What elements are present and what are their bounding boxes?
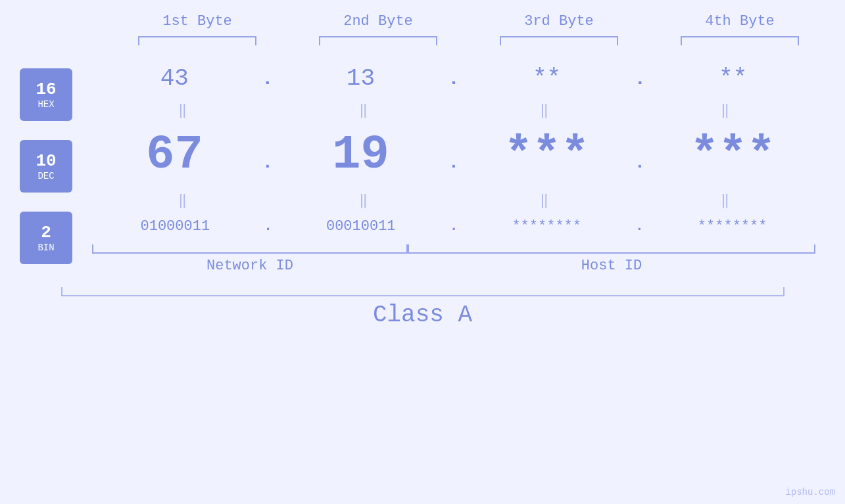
- top-bracket-2: [319, 36, 437, 45]
- byte-headers: 1st Byte 2nd Byte 3rd Byte 4th Byte: [107, 13, 831, 30]
- main-container: 1st Byte 2nd Byte 3rd Byte 4th Byte 16 H…: [0, 0, 845, 504]
- eq2-3: ‖: [466, 191, 623, 209]
- dot-dec-23: .: [448, 152, 460, 182]
- network-bracket: [92, 244, 408, 254]
- bracket-cell-4: [661, 36, 819, 45]
- eq1-4: ‖: [646, 101, 804, 119]
- host-id-label: Host ID: [408, 258, 815, 274]
- dot-hex-34: .: [634, 68, 646, 90]
- bin-cell-1: 01000011: [96, 218, 254, 235]
- eq1-3: ‖: [466, 101, 623, 119]
- top-bracket-4: [681, 36, 799, 45]
- dot-bin-34: .: [635, 218, 644, 235]
- byte2-header: 2nd Byte: [299, 13, 457, 30]
- rows-area: 43 . 13 . ** . ** ‖ ‖ ‖ ‖: [92, 58, 845, 274]
- class-label: Class A: [61, 302, 785, 329]
- bracket-cell-3: [480, 36, 638, 45]
- dec-cell-4: ***: [654, 128, 811, 182]
- dot-hex-12: .: [262, 68, 274, 90]
- hex-cell-1: 43: [95, 65, 253, 92]
- bottom-area: Network ID Host ID: [92, 244, 815, 274]
- watermark: ipshu.com: [785, 487, 835, 497]
- bin-badge: 2 BIN: [20, 212, 72, 264]
- dec-cell-2: 19: [282, 128, 440, 182]
- main-grid: 16 HEX 10 DEC 2 BIN 43 . 13: [0, 58, 845, 274]
- bin-cell-4: ********: [654, 218, 811, 235]
- eq1-1: ‖: [104, 101, 262, 119]
- dot-dec-34: .: [635, 152, 646, 182]
- equals-row-1: ‖ ‖ ‖ ‖: [92, 99, 815, 122]
- eq2-2: ‖: [285, 191, 443, 209]
- bracket-labels-row: Network ID Host ID: [92, 258, 815, 274]
- labels-column: 16 HEX 10 DEC 2 BIN: [0, 58, 92, 274]
- byte3-header: 3rd Byte: [480, 13, 638, 30]
- byte4-header: 4th Byte: [661, 13, 819, 30]
- eq2-1: ‖: [104, 191, 262, 209]
- dec-badge: 10 DEC: [20, 140, 72, 193]
- hex-cell-3: **: [468, 65, 626, 92]
- dot-dec-12: .: [262, 152, 274, 182]
- top-brackets: [107, 36, 831, 45]
- bin-cell-3: ********: [468, 218, 625, 235]
- bottom-brackets: [92, 244, 815, 254]
- bin-cell-2: 00010011: [282, 218, 440, 235]
- eq1-2: ‖: [285, 101, 443, 119]
- bracket-cell-2: [299, 36, 457, 45]
- eq2-4: ‖: [646, 191, 804, 209]
- host-bracket: [408, 244, 815, 254]
- bin-row: 01000011 . 00010011 . ******** . *******…: [92, 212, 815, 241]
- byte1-header: 1st Byte: [118, 13, 276, 30]
- dec-cell-3: ***: [468, 128, 625, 182]
- network-id-label: Network ID: [92, 258, 408, 274]
- hex-badge: 16 HEX: [20, 68, 72, 121]
- dec-row: 67 . 19 . *** . ***: [92, 122, 815, 189]
- class-area: Class A: [61, 287, 785, 329]
- top-bracket-3: [500, 36, 618, 45]
- hex-cell-4: **: [654, 65, 812, 92]
- dot-hex-23: .: [448, 68, 460, 90]
- top-bracket-1: [138, 36, 256, 45]
- bracket-cell-1: [118, 36, 276, 45]
- hex-row: 43 . 13 . ** . **: [92, 58, 815, 99]
- equals-row-2: ‖ ‖ ‖ ‖: [92, 189, 815, 212]
- dot-bin-12: .: [264, 218, 272, 235]
- hex-cell-2: 13: [281, 65, 439, 92]
- dec-cell-1: 67: [96, 128, 254, 182]
- class-bracket: [61, 287, 785, 296]
- dot-bin-23: .: [449, 218, 458, 235]
